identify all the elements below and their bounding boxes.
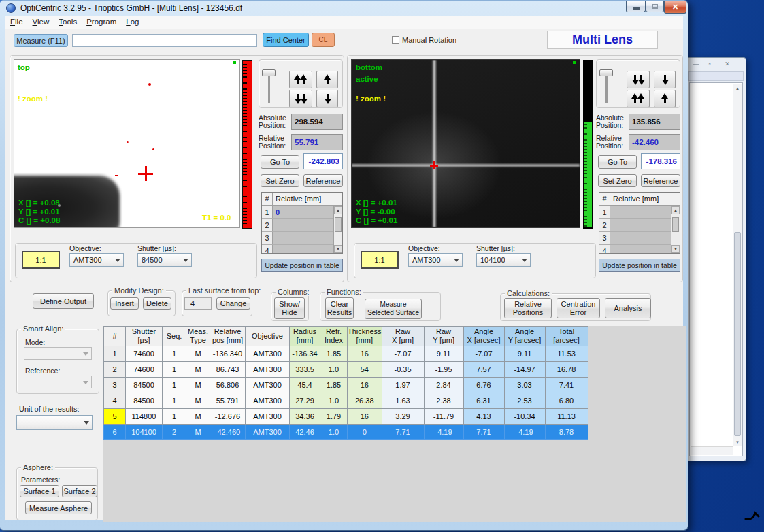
- left-goto-button[interactable]: Go To: [261, 155, 299, 169]
- column-header[interactable]: #: [104, 327, 126, 346]
- scroll-up-icon[interactable]: ▲: [733, 84, 742, 93]
- results-row-2[interactable]: 2746001M86.743AMT300333.51.054-0.35-1.95…: [104, 362, 588, 378]
- column-header[interactable]: RawY [µm]: [424, 327, 463, 346]
- measure-selected-button[interactable]: Measure Selected Surface: [365, 299, 422, 319]
- results-row-1[interactable]: 1746001M-136.340AMT300-136.341.8516-7.07…: [104, 346, 588, 362]
- reference-select[interactable]: [24, 376, 92, 388]
- centration-error-button[interactable]: Centration Error: [557, 298, 600, 318]
- jog-up-button[interactable]: [654, 90, 676, 107]
- minimize-button[interactable]: [626, 1, 646, 12]
- column-header[interactable]: Seq.: [163, 327, 186, 346]
- find-center-button[interactable]: Find Center: [263, 33, 309, 47]
- column-header[interactable]: Total[arcsec]: [545, 327, 588, 346]
- delete-button[interactable]: Delete: [143, 297, 171, 310]
- bg-vertical-scrollbar[interactable]: ▲ ▼: [733, 84, 742, 446]
- position-table-row[interactable]: 3: [262, 232, 342, 245]
- column-header[interactable]: Shutter[µs]: [126, 327, 163, 346]
- bg-close-button[interactable]: ✕: [722, 60, 733, 68]
- clear-results-button[interactable]: Clear Results: [325, 297, 354, 319]
- position-table-row[interactable]: 10: [262, 206, 342, 219]
- close-button[interactable]: ✕: [664, 1, 686, 14]
- jog-down-button[interactable]: [316, 90, 338, 107]
- column-header[interactable]: AngleY [arcsec]: [504, 327, 545, 346]
- maximize-button[interactable]: [646, 1, 664, 12]
- left-goto-input[interactable]: -242.803: [303, 153, 343, 169]
- right-goto-button[interactable]: Go To: [598, 155, 637, 169]
- menu-view[interactable]: View: [28, 16, 54, 26]
- measure-asphere-button[interactable]: Measure Asphere: [25, 501, 92, 514]
- column-header[interactable]: Refr.Index: [320, 327, 348, 346]
- menu-tools[interactable]: Tools: [54, 16, 82, 26]
- column-header[interactable]: Relativepos [mm]: [210, 327, 246, 346]
- position-table-row[interactable]: 3: [599, 232, 680, 245]
- results-row-5[interactable]: 51148001M-12.676AMT30034.361.79163.29-11…: [104, 409, 588, 425]
- bg-maximize-button[interactable]: ▫: [704, 60, 715, 68]
- menu-program[interactable]: Program: [82, 16, 121, 26]
- bg-scroll-thumb[interactable]: [734, 232, 741, 436]
- relative-positions-button[interactable]: Relative Positions: [504, 298, 552, 318]
- scroll-down-icon[interactable]: ▼: [334, 245, 342, 253]
- bg-minimize-button[interactable]: —: [691, 60, 701, 68]
- left-shutter-select[interactable]: 84500: [137, 253, 192, 267]
- left-position-table[interactable]: #Relative [mm]10234▲▼: [261, 192, 343, 254]
- scroll-down-icon[interactable]: ▼: [671, 245, 680, 253]
- left-reference-button[interactable]: Reference: [303, 174, 343, 187]
- position-table-scrollbar[interactable]: ▲▼: [671, 206, 680, 253]
- background-window[interactable]: — ▫ ✕ ▲ ▼: [686, 57, 746, 461]
- left-objective-select[interactable]: AMT300: [69, 253, 124, 267]
- position-table-scrollbar[interactable]: ▲▼: [333, 206, 342, 253]
- jog-up-button[interactable]: [316, 71, 338, 88]
- surface-2-button[interactable]: Surface 2: [62, 485, 97, 497]
- right-position-table[interactable]: #Relative [mm]1234▲▼: [599, 192, 680, 254]
- position-table-row[interactable]: 4: [262, 245, 342, 254]
- right-slider-handle[interactable]: [599, 69, 613, 76]
- menu-file[interactable]: File: [5, 16, 28, 26]
- column-header[interactable]: AngleX [arcsec]: [463, 327, 504, 346]
- right-reference-button[interactable]: Reference: [641, 174, 680, 187]
- bg-horizontal-scrollbar[interactable]: [691, 446, 733, 455]
- show-hide-button[interactable]: Show/ Hide: [274, 297, 305, 319]
- menu-log[interactable]: Log: [121, 16, 144, 26]
- column-header[interactable]: Meas.Type: [186, 327, 210, 346]
- column-header[interactable]: Radius[mm]: [290, 327, 320, 346]
- scroll-up-icon[interactable]: ▲: [671, 206, 680, 214]
- right-set-zero-button[interactable]: Set Zero: [598, 174, 637, 187]
- toolbar-input[interactable]: [72, 34, 257, 47]
- left-slider-handle[interactable]: [262, 69, 276, 76]
- measure-button[interactable]: Measure (F11): [14, 34, 68, 47]
- jog-up-fast-button[interactable]: [289, 71, 312, 88]
- define-output-button[interactable]: Define Output: [33, 293, 94, 309]
- left-ratio-button[interactable]: 1:1: [22, 251, 60, 269]
- change-button[interactable]: Change: [216, 297, 250, 310]
- right-objective-select[interactable]: AMT300: [408, 253, 463, 267]
- manual-rotation-checkbox[interactable]: [392, 36, 399, 44]
- right-update-position-button[interactable]: Update position in table: [599, 259, 680, 272]
- analysis-button[interactable]: Analysis: [605, 298, 651, 318]
- column-header[interactable]: RawX [µm]: [382, 327, 424, 346]
- last-surface-field[interactable]: 4: [184, 297, 212, 310]
- right-ratio-button[interactable]: 1:1: [361, 251, 399, 269]
- scroll-down-icon[interactable]: ▼: [733, 437, 742, 446]
- scroll-up-icon[interactable]: ▲: [334, 206, 342, 214]
- results-row-3[interactable]: 3845001M56.806AMT30045.41.85161.972.846.…: [104, 378, 588, 393]
- jog-down-fast-button[interactable]: [289, 90, 312, 107]
- column-header[interactable]: Thickness[mm]: [348, 327, 382, 346]
- position-table-row[interactable]: 2: [262, 219, 342, 232]
- jog-down-button[interactable]: [654, 71, 676, 88]
- position-table-row[interactable]: 4: [599, 245, 680, 254]
- left-update-position-button[interactable]: Update position in table: [261, 259, 343, 272]
- mode-select[interactable]: [24, 347, 92, 360]
- results-row-4[interactable]: 4845001M55.791AMT30027.291.026.381.632.3…: [104, 393, 588, 409]
- jog-up-fast-button[interactable]: [627, 90, 650, 107]
- surface-1-button[interactable]: Surface 1: [20, 485, 59, 497]
- insert-button[interactable]: Insert: [110, 297, 139, 310]
- unit-select[interactable]: [16, 415, 93, 430]
- position-table-row[interactable]: 2: [599, 219, 680, 232]
- position-table-row[interactable]: 1: [599, 206, 680, 219]
- results-row-6[interactable]: 61041002M-42.460AMT30042.461.007.71-4.19…: [104, 425, 588, 440]
- right-goto-input[interactable]: -178.316: [641, 153, 680, 169]
- jog-down-fast-button[interactable]: [627, 71, 650, 88]
- right-shutter-select[interactable]: 104100: [476, 253, 531, 267]
- left-set-zero-button[interactable]: Set Zero: [261, 174, 299, 187]
- cl-button[interactable]: CL: [312, 33, 335, 47]
